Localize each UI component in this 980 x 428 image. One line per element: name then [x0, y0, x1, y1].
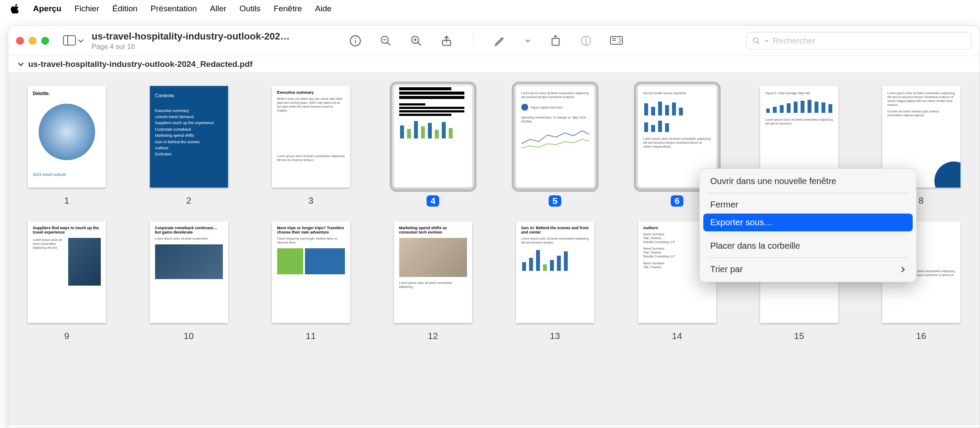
- menu-help[interactable]: Aide: [315, 4, 331, 13]
- ctx-sort-by[interactable]: Trier par: [703, 260, 913, 278]
- page-number: 1: [64, 195, 70, 206]
- menu-view[interactable]: Présentation: [151, 4, 197, 13]
- page-heading: Contents: [155, 92, 223, 100]
- menu-go[interactable]: Aller: [210, 4, 226, 13]
- menu-edit[interactable]: Édition: [112, 4, 137, 13]
- chevron-down-icon: [765, 39, 768, 43]
- document-title: us-travel-hospitality-industry-outlook-2…: [92, 31, 335, 42]
- page-thumbnail[interactable]: 4: [389, 86, 477, 207]
- close-window-button[interactable]: [16, 37, 24, 45]
- page-number: 5: [549, 195, 562, 207]
- page-number: 2: [186, 195, 192, 206]
- system-menubar: Aperçu Fichier Édition Présentation Alle…: [0, 0, 980, 17]
- deloitte-logo: Deloitte.: [33, 91, 101, 96]
- info-button[interactable]: [349, 34, 362, 47]
- page-thumbnail[interactable]: Deloitte. 2024 travel outlook 1: [23, 86, 110, 207]
- search-icon: [752, 36, 760, 45]
- svg-line-6: [387, 42, 391, 45]
- page-thumbnail[interactable]: Lorem ipsum dolor sit amet consectetur a…: [511, 86, 599, 207]
- sidebar-toggle-button[interactable]: [63, 35, 84, 46]
- zoom-in-button[interactable]: [410, 34, 423, 47]
- page-number: 4: [427, 195, 440, 207]
- rotate-button[interactable]: [549, 34, 562, 47]
- page-thumbnail[interactable]: Gen AI: Behind the scenes and front and …: [511, 221, 599, 341]
- page-heading: Executive summary: [272, 86, 350, 95]
- form-fill-button[interactable]: [610, 34, 623, 47]
- page-number: 9: [64, 331, 70, 341]
- svg-point-18: [753, 38, 758, 43]
- search-field[interactable]: [746, 32, 972, 49]
- ctx-export-as[interactable]: Exporter sous…: [703, 214, 913, 231]
- svg-rect-13: [552, 38, 559, 45]
- svg-point-4: [355, 38, 356, 39]
- page-indicator: Page 4 sur 16: [92, 43, 335, 51]
- page-thumbnail[interactable]: Executive summaryWhile it does not share…: [267, 86, 354, 207]
- page-number: 3: [308, 195, 314, 206]
- page-number: 15: [794, 331, 804, 341]
- page-caption: 2024 travel outlook: [33, 172, 101, 177]
- apple-menu[interactable]: [10, 4, 20, 13]
- page-number: 13: [550, 331, 560, 341]
- chevron-right-icon: [901, 266, 906, 273]
- window-controls: [16, 37, 49, 45]
- page-thumbnail[interactable]: Suppliers find ways to touch up the trav…: [23, 221, 110, 341]
- menu-window[interactable]: Fenêtre: [274, 4, 302, 13]
- share-button[interactable]: [440, 34, 453, 47]
- page-number: 12: [428, 331, 438, 341]
- window-toolbar: us-travel-hospitality-industry-outlook-2…: [8, 26, 980, 56]
- toolbar-icons: [349, 33, 623, 49]
- document-title-block: us-travel-hospitality-industry-outlook-2…: [92, 31, 335, 51]
- app-name[interactable]: Aperçu: [33, 4, 61, 13]
- page-thumbnail[interactable]: Corporate comeback continues… but gains …: [145, 221, 232, 341]
- ctx-open-new-window[interactable]: Ouvrir dans une nouvelle fenêtre: [703, 172, 913, 190]
- page-number: 8: [919, 195, 924, 206]
- path-bar[interactable]: us-travel-hospitality-industry-outlook-2…: [8, 56, 980, 73]
- svg-line-9: [418, 42, 421, 45]
- page-number: 6: [671, 195, 684, 207]
- markup-button[interactable]: [493, 34, 507, 47]
- page-heading: More trips or longer trips? Travelers ch…: [272, 221, 350, 235]
- path-filename: us-travel-hospitality-industry-outlook-2…: [28, 59, 252, 69]
- menu-tools[interactable]: Outils: [239, 4, 261, 13]
- page-number: 16: [916, 331, 926, 341]
- context-menu: Ouvrir dans une nouvelle fenêtre Fermer …: [699, 168, 917, 282]
- ctx-move-to-trash[interactable]: Placer dans la corbeille: [703, 237, 913, 255]
- page-heading: Corporate comeback continues… but gains …: [150, 221, 228, 235]
- page-heading: Suppliers find ways to touch up the trav…: [28, 221, 106, 235]
- highlight-button[interactable]: [579, 34, 593, 47]
- zoom-window-button[interactable]: [41, 37, 49, 45]
- minimize-window-button[interactable]: [29, 37, 36, 45]
- chevron-down-icon: [18, 61, 24, 67]
- page-heading: Marketing spend shifts as consumer tech …: [394, 221, 472, 235]
- page-number: 10: [184, 331, 194, 341]
- page-thumbnail[interactable]: More trips or longer trips? Travelers ch…: [267, 221, 354, 341]
- page-number: 14: [672, 331, 682, 341]
- page-thumbnail[interactable]: ContentsExecutive summaryLeisure travel …: [145, 86, 232, 207]
- svg-rect-0: [63, 36, 76, 45]
- ctx-close[interactable]: Fermer: [703, 196, 913, 214]
- zoom-out-button[interactable]: [379, 34, 392, 47]
- search-input[interactable]: [773, 36, 965, 46]
- markup-menu-chevron[interactable]: [524, 34, 532, 47]
- page-thumbnail[interactable]: Marketing spend shifts as consumer tech …: [389, 221, 477, 341]
- page-number: 11: [306, 331, 316, 341]
- svg-line-19: [757, 42, 759, 44]
- menu-file[interactable]: Fichier: [74, 4, 99, 13]
- page-heading: Gen AI: Behind the scenes and front and …: [516, 221, 594, 235]
- chevron-down-icon: [78, 38, 84, 44]
